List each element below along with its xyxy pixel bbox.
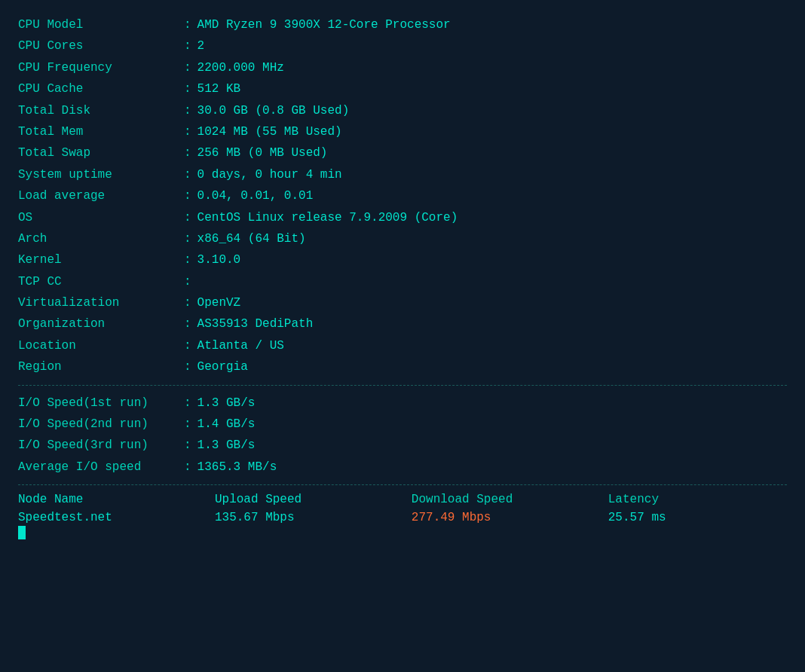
location-colon: : <box>184 336 191 356</box>
virtualization-label: Virtualization <box>18 293 184 313</box>
network-table: Node Name Upload Speed Download Speed La… <box>18 493 787 526</box>
cpu-frequency-value: 2200.000 MHz <box>197 58 284 78</box>
io-speed-2nd-row: I/O Speed(2nd run) : 1.4 GB/s <box>18 414 787 434</box>
arch-label: Arch <box>18 229 184 249</box>
total-disk-value: 30.0 GB (0.8 GB Used) <box>197 101 350 121</box>
total-swap-label: Total Swap <box>18 143 184 163</box>
organization-label: Organization <box>18 314 184 334</box>
cpu-cores-colon: : <box>184 36 191 56</box>
io-speed-2nd-label: I/O Speed(2nd run) <box>18 414 184 434</box>
kernel-row: Kernel : 3.10.0 <box>18 250 787 270</box>
total-disk-colon: : <box>184 101 191 121</box>
total-mem-value: 1024 MB (55 MB Used) <box>197 122 342 142</box>
virtualization-value: OpenVZ <box>197 293 241 313</box>
virtualization-colon: : <box>184 293 191 313</box>
network-latency: 25.57 ms <box>608 509 787 526</box>
network-table-body: Speedtest.net135.67 Mbps277.49 Mbps25.57… <box>18 509 787 526</box>
tcp-cc-colon: : <box>184 272 191 292</box>
io-speed-1st-label: I/O Speed(1st run) <box>18 393 184 413</box>
average-io-colon: : <box>184 457 191 477</box>
virtualization-row: Virtualization : OpenVZ <box>18 293 787 313</box>
divider-2 <box>18 484 787 485</box>
cpu-cache-label: CPU Cache <box>18 79 184 99</box>
os-value: CentOS Linux release 7.9.2009 (Core) <box>197 208 458 228</box>
arch-row: Arch : x86_64 (64 Bit) <box>18 229 787 249</box>
total-swap-colon: : <box>184 143 191 163</box>
region-colon: : <box>184 357 191 377</box>
cpu-cores-value: 2 <box>197 36 205 56</box>
io-speed-1st-row: I/O Speed(1st run) : 1.3 GB/s <box>18 393 787 413</box>
total-swap-row: Total Swap : 256 MB (0 MB Used) <box>18 143 787 163</box>
total-mem-colon: : <box>184 122 191 142</box>
cpu-model-row: CPU Model : AMD Ryzen 9 3900X 12-Core Pr… <box>18 15 787 35</box>
total-mem-label: Total Mem <box>18 122 184 142</box>
col-download-speed-header: Download Speed <box>412 493 608 509</box>
location-row: Location : Atlanta / US <box>18 336 787 356</box>
io-speed-1st-value: 1.3 GB/s <box>197 393 256 413</box>
organization-row: Organization : AS35913 DediPath <box>18 314 787 334</box>
total-disk-label: Total Disk <box>18 101 184 121</box>
os-row: OS : CentOS Linux release 7.9.2009 (Core… <box>18 208 787 228</box>
cpu-cores-label: CPU Cores <box>18 36 184 56</box>
tcp-cc-row: TCP CC : <box>18 272 787 292</box>
total-mem-row: Total Mem : 1024 MB (55 MB Used) <box>18 122 787 142</box>
terminal-output: CPU Model : AMD Ryzen 9 3900X 12-Core Pr… <box>18 15 787 539</box>
organization-value: AS35913 DediPath <box>197 314 314 334</box>
os-colon: : <box>184 208 191 228</box>
total-disk-row: Total Disk : 30.0 GB (0.8 GB Used) <box>18 101 787 121</box>
table-row: Speedtest.net135.67 Mbps277.49 Mbps25.57… <box>18 509 787 526</box>
cpu-cores-row: CPU Cores : 2 <box>18 36 787 56</box>
location-label: Location <box>18 336 184 356</box>
system-uptime-row: System uptime : 0 days, 0 hour 4 min <box>18 165 787 185</box>
cpu-cache-value: 512 KB <box>197 79 241 99</box>
io-speed-3rd-colon: : <box>184 435 191 455</box>
kernel-label: Kernel <box>18 250 184 270</box>
terminal-cursor <box>18 526 26 539</box>
organization-colon: : <box>184 314 191 334</box>
cpu-frequency-row: CPU Frequency : 2200.000 MHz <box>18 58 787 78</box>
load-average-value: 0.04, 0.01, 0.01 <box>197 186 314 206</box>
total-swap-value: 256 MB (0 MB Used) <box>197 143 328 163</box>
region-row: Region : Georgia <box>18 357 787 377</box>
col-node-name-header: Node Name <box>18 493 215 509</box>
region-value: Georgia <box>197 357 248 377</box>
average-io-value: 1365.3 MB/s <box>197 457 277 477</box>
network-upload-speed: 135.67 Mbps <box>215 509 412 526</box>
load-average-colon: : <box>184 186 191 206</box>
system-info-section: CPU Model : AMD Ryzen 9 3900X 12-Core Pr… <box>18 15 787 377</box>
region-label: Region <box>18 357 184 377</box>
io-speed-3rd-label: I/O Speed(3rd run) <box>18 435 184 455</box>
io-speed-2nd-colon: : <box>184 414 191 434</box>
location-value: Atlanta / US <box>197 336 284 356</box>
io-speed-section: I/O Speed(1st run) : 1.3 GB/s I/O Speed(… <box>18 393 787 478</box>
io-speed-3rd-value: 1.3 GB/s <box>197 435 256 455</box>
system-uptime-colon: : <box>184 165 191 185</box>
system-uptime-value: 0 days, 0 hour 4 min <box>197 165 342 185</box>
cpu-model-label: CPU Model <box>18 15 184 35</box>
network-table-header: Node Name Upload Speed Download Speed La… <box>18 493 787 509</box>
network-download-speed: 277.49 Mbps <box>412 509 608 526</box>
cpu-model-colon: : <box>184 15 191 35</box>
arch-colon: : <box>184 229 191 249</box>
load-average-label: Load average <box>18 186 184 206</box>
cpu-frequency-label: CPU Frequency <box>18 58 184 78</box>
os-label: OS <box>18 208 184 228</box>
col-upload-speed-header: Upload Speed <box>215 493 412 509</box>
arch-value: x86_64 (64 Bit) <box>197 229 306 249</box>
network-node-name: Speedtest.net <box>18 509 215 526</box>
load-average-row: Load average : 0.04, 0.01, 0.01 <box>18 186 787 206</box>
cpu-frequency-colon: : <box>184 58 191 78</box>
cpu-cache-row: CPU Cache : 512 KB <box>18 79 787 99</box>
divider-1 <box>18 385 787 386</box>
average-io-row: Average I/O speed : 1365.3 MB/s <box>18 457 787 477</box>
network-section: Node Name Upload Speed Download Speed La… <box>18 493 787 539</box>
tcp-cc-label: TCP CC <box>18 272 184 292</box>
system-uptime-label: System uptime <box>18 165 184 185</box>
kernel-colon: : <box>184 250 191 270</box>
io-speed-3rd-row: I/O Speed(3rd run) : 1.3 GB/s <box>18 435 787 455</box>
cpu-model-value: AMD Ryzen 9 3900X 12-Core Processor <box>197 15 451 35</box>
average-io-label: Average I/O speed <box>18 457 184 477</box>
io-speed-1st-colon: : <box>184 393 191 413</box>
col-latency-header: Latency <box>608 493 787 509</box>
cpu-cache-colon: : <box>184 79 191 99</box>
